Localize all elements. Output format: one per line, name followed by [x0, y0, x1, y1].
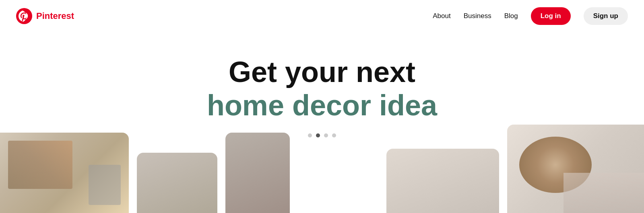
hero-image-right-2	[386, 149, 499, 213]
hero-title-line1: Get your next	[229, 56, 415, 88]
signup-button[interactable]: Sign up	[584, 7, 628, 25]
nav-business[interactable]: Business	[464, 12, 491, 20]
carousel-dot-3[interactable]	[324, 133, 328, 137]
nav-about[interactable]: About	[433, 12, 450, 20]
hero-image-left-2	[137, 153, 217, 213]
nav-blog[interactable]: Blog	[504, 12, 518, 20]
hero-image-right-1	[507, 125, 644, 213]
carousel-dot-1[interactable]	[308, 133, 312, 137]
nav-menu: About Business Blog Log in Sign up	[433, 7, 628, 25]
carousel-dot-4[interactable]	[332, 133, 336, 137]
carousel-dots	[308, 133, 336, 137]
carousel-dot-2[interactable]	[316, 133, 320, 137]
hero-section: Get your next home decor idea	[0, 32, 644, 213]
header: Pinterest About Business Blog Log in Sig…	[0, 0, 644, 32]
hero-title-line2: home decor idea	[207, 90, 437, 121]
pinterest-logo-icon	[16, 8, 32, 24]
hero-image-left-1	[0, 133, 129, 213]
hero-image-left-3	[225, 133, 290, 213]
login-button[interactable]: Log in	[531, 7, 571, 25]
logo-area[interactable]: Pinterest	[16, 8, 74, 24]
logo-label: Pinterest	[36, 11, 74, 21]
